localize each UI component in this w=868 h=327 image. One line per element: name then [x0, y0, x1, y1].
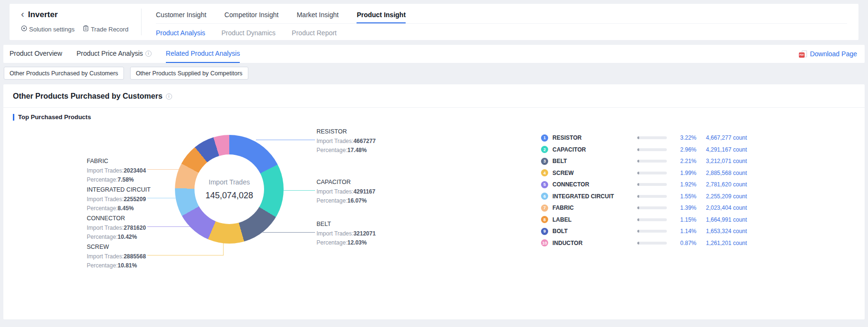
rank-count: 1,664,991 count — [706, 216, 758, 223]
tab-product-insight[interactable]: Product Insight — [357, 8, 406, 23]
rank-row-screw[interactable]: 4 SCREW 1.99% 2,885,568 count — [541, 167, 758, 179]
page-title: Inverter — [28, 10, 58, 20]
callout-pct-label: Percentage: — [87, 176, 118, 183]
rank-product-name: LABEL — [552, 216, 637, 223]
rank-row-belt[interactable]: 3 BELT 2.21% 3,212,071 count — [541, 155, 758, 167]
download-page-link[interactable]: PDF Download Page — [799, 50, 857, 58]
rank-row-capacitor[interactable]: 2 CAPACITOR 2.96% 4,291,167 count — [541, 144, 758, 156]
rank-row-resistor[interactable]: 1 RESISTOR 3.22% 4,667,277 count — [541, 132, 758, 144]
rank-share-percent: 1.14% — [673, 228, 696, 235]
callout-screw: SCREW Import Trades:2885568 Percentage:1… — [87, 244, 168, 271]
rank-badge: 1 — [541, 134, 548, 142]
tab-product-analysis[interactable]: Product Analysis — [156, 29, 205, 37]
callout-pct-label: Percentage: — [317, 147, 347, 153]
tab-customer-insight[interactable]: Customer Insight — [156, 8, 206, 23]
tab-product-dynamics[interactable]: Product Dynamics — [222, 29, 276, 37]
tab-product-overview[interactable]: Product Overview — [10, 45, 62, 63]
clipboard-icon — [83, 25, 89, 33]
header-tabs: Customer InsightCompetitor InsightMarket… — [156, 8, 847, 40]
tab-product-price-analysis[interactable]: Product Price Analysisi — [76, 45, 151, 63]
rank-product-name: BELT — [552, 158, 637, 164]
download-page-label: Download Page — [810, 50, 857, 58]
info-icon[interactable]: i — [166, 93, 172, 100]
callout-pct-label: Percentage: — [317, 197, 347, 204]
subsection-title: Top Purchased Products — [18, 113, 91, 121]
action-label: Trade Record — [91, 26, 128, 33]
callout-pct-value: 16.07% — [347, 197, 367, 204]
callout-pct-label: Percentage: — [317, 239, 347, 246]
rank-row-inductor[interactable]: 10 INDUCTOR 0.87% 1,261,201 count — [541, 237, 758, 249]
related-products-card: Other Products Purchased by Customers i … — [3, 84, 865, 319]
header-left: ‹ Inverter Solution settingsTrade Record — [21, 8, 141, 40]
tab-label: Market Insight — [296, 11, 338, 19]
callout-fabric: FABRIC Import Trades:2023404 Percentage:… — [87, 158, 168, 185]
rank-row-fabric[interactable]: 7 FABRIC 1.39% 2,023,404 count — [541, 202, 758, 214]
rank-badge: 5 — [541, 181, 548, 188]
rank-count: 1,653,324 count — [706, 228, 758, 235]
rank-count: 2,885,568 count — [706, 170, 758, 176]
callout-belt: BELT Import Trades:3212071 Percentage:12… — [317, 221, 398, 248]
target-icon — [21, 25, 27, 33]
rank-row-label[interactable]: 8 LABEL 1.15% 1,664,991 count — [541, 214, 758, 226]
callout-trades-label: Import Trades: — [317, 188, 353, 195]
rank-share-percent: 1.92% — [673, 181, 696, 188]
rank-badge: 8 — [541, 216, 548, 223]
tab-market-insight[interactable]: Market Insight — [296, 8, 338, 23]
subsection-marker — [13, 114, 14, 121]
callout-pct-label: Percentage: — [87, 234, 118, 240]
back-icon[interactable]: ‹ — [21, 10, 24, 20]
header-divider — [141, 9, 142, 35]
rank-badge: 10 — [541, 239, 548, 246]
solution-settings-button[interactable]: Solution settings — [21, 25, 74, 33]
tab-label: Product Overview — [10, 50, 62, 57]
callout-resistor: RESISTOR Import Trades:4667277 Percentag… — [317, 128, 398, 156]
filter-other-products-supplied-by-competitors[interactable]: Other Products Supplied by Competitors — [130, 67, 248, 80]
callout-trades-value: 3212071 — [353, 230, 376, 237]
trade-record-button[interactable]: Trade Record — [83, 25, 128, 33]
rank-count: 3,212,071 count — [706, 158, 758, 164]
tab-product-report[interactable]: Product Report — [292, 29, 337, 37]
callout-product-name: CONNECTOR — [87, 215, 168, 222]
callout-connector: CONNECTOR Import Trades:2781620 Percenta… — [87, 215, 168, 243]
rank-row-bolt[interactable]: 9 BOLT 1.14% 1,653,324 count — [541, 225, 758, 237]
rank-progress-bar — [637, 183, 667, 186]
callout-trades-label: Import Trades: — [317, 230, 353, 237]
rank-product-name: CAPACITOR — [552, 146, 637, 153]
rank-row-integrated-circuit[interactable]: 6 INTEGRATED CIRCUIT 1.55% 2,255,209 cou… — [541, 191, 758, 203]
rank-badge: 7 — [541, 204, 548, 212]
rank-product-name: CONNECTOR — [552, 181, 637, 188]
rank-share-percent: 1.39% — [673, 204, 696, 211]
tab-label: Product Dynamics — [222, 29, 276, 37]
rank-progress-bar — [637, 242, 667, 245]
rank-progress-bar — [637, 230, 667, 233]
info-icon[interactable]: i — [145, 51, 152, 57]
callout-pct-value: 12.03% — [347, 239, 367, 246]
tab-competitor-insight[interactable]: Competitor Insight — [225, 8, 279, 23]
donut-chart[interactable]: Import Trades 145,074,028 — [175, 135, 284, 244]
callout-trades-value: 2885568 — [123, 253, 146, 260]
leader-line-resistor — [256, 140, 315, 140]
rank-product-name: FABRIC — [552, 204, 637, 211]
rank-badge: 4 — [541, 169, 548, 176]
rank-count: 1,261,201 count — [706, 240, 758, 246]
callout-pct-value: 8.45% — [118, 205, 134, 212]
callout-trades-value: 2781620 — [123, 225, 146, 231]
rank-badge: 6 — [541, 193, 548, 200]
leader-line-belt — [263, 232, 315, 233]
rank-count: 2,023,404 count — [706, 204, 758, 211]
tab-related-product-analysis[interactable]: Related Product Analysis — [166, 45, 240, 63]
callout-pct-label: Percentage: — [87, 205, 118, 212]
tab-label: Product Analysis — [156, 29, 205, 37]
filter-other-products-purchased-by-customers[interactable]: Other Products Purchased by Customers — [4, 67, 124, 80]
tab-label: Product Insight — [357, 11, 406, 19]
analysis-toolbar: Product OverviewProduct Price AnalysisiR… — [3, 45, 865, 63]
rank-count: 4,667,277 count — [706, 134, 758, 141]
rank-share-percent: 0.87% — [673, 240, 696, 246]
tab-label: Competitor Insight — [225, 11, 279, 19]
callout-trades-value: 2255209 — [123, 196, 146, 203]
rank-badge: 3 — [541, 158, 548, 165]
callout-trades-label: Import Trades: — [87, 253, 123, 260]
rank-row-connector[interactable]: 5 CONNECTOR 1.92% 2,781,620 count — [541, 179, 758, 191]
callout-pct-label: Percentage: — [87, 262, 118, 269]
rank-badge: 2 — [541, 146, 548, 153]
